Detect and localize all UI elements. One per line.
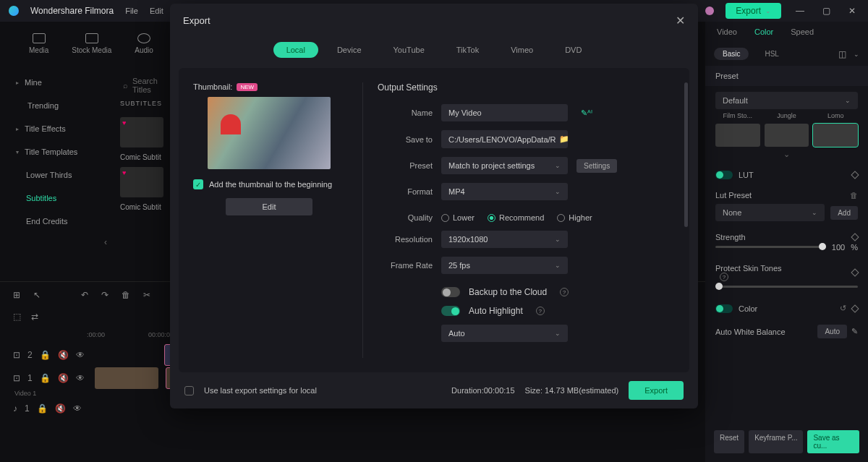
folder-icon[interactable]: 📁 — [559, 134, 569, 144]
tab-media[interactable]: Media — [29, 33, 48, 54]
auto-highlight-toggle[interactable] — [441, 306, 460, 316]
tab-color[interactable]: Color — [754, 27, 773, 36]
cursor-tool-icon[interactable]: ↖ — [33, 290, 41, 300]
format-dropdown[interactable]: MP4⌄ — [441, 183, 568, 200]
close-icon[interactable]: ✕ — [676, 14, 685, 27]
preset-dropdown[interactable]: Default⌄ — [715, 92, 858, 109]
reset-button[interactable]: Reset — [714, 430, 744, 453]
keyframe-diamond-icon[interactable] — [851, 304, 859, 312]
visibility-icon[interactable]: 👁 — [76, 373, 85, 383]
export-tab-tiktok[interactable]: TikTok — [443, 42, 492, 58]
export-tab-youtube[interactable]: YouTube — [380, 42, 438, 58]
collapse-sidebar-icon[interactable]: ‹ — [0, 233, 116, 252]
lock-icon[interactable]: 🔒 — [40, 350, 51, 360]
chevron-down-icon[interactable]: ⌄ — [715, 150, 858, 159]
framerate-dropdown[interactable]: 25 fps⌄ — [441, 257, 568, 274]
sidebar-item-lower-thirds[interactable]: Lower Thirds — [0, 163, 116, 187]
settings-button[interactable]: Settings — [576, 159, 617, 173]
add-lut-button[interactable]: Add — [830, 206, 858, 220]
lut-preset-dropdown[interactable]: None⌄ — [715, 204, 825, 221]
add-thumbnail-checkbox[interactable]: ✓ — [193, 179, 203, 189]
ai-icon[interactable]: ✎ᴬᴵ — [581, 108, 592, 118]
menu-edit[interactable]: Edit — [150, 7, 163, 15]
tab-video[interactable]: Video — [717, 27, 737, 36]
mute-icon[interactable]: 🔇 — [58, 350, 69, 360]
cut-icon[interactable]: ✂ — [143, 290, 150, 300]
quality-higher-radio[interactable]: Higher — [557, 213, 592, 222]
keyframe-diamond-icon[interactable] — [851, 171, 859, 179]
export-tab-local[interactable]: Local — [273, 42, 318, 58]
lut-thumb-jungle[interactable] — [765, 124, 809, 147]
search-input[interactable]: Search Titles — [132, 77, 159, 94]
tab-audio[interactable]: Audio — [135, 33, 153, 54]
preset-dropdown[interactable]: Match to project settings⌄ — [441, 157, 568, 174]
menu-file[interactable]: File — [125, 7, 138, 15]
heart-icon[interactable]: ♥ — [122, 169, 126, 176]
export-button[interactable]: Export — [629, 381, 684, 400]
sidebar-item-title-effects[interactable]: ▸Title Effects — [0, 117, 116, 140]
visibility-icon[interactable]: 👁 — [76, 350, 85, 360]
protect-skin-slider[interactable] — [715, 286, 858, 288]
heart-icon[interactable]: ♥ — [122, 119, 126, 127]
tab-speed[interactable]: Speed — [791, 27, 814, 36]
edit-thumbnail-button[interactable]: Edit — [226, 198, 312, 215]
scrollbar[interactable] — [684, 82, 688, 227]
lut-thumb-lomo[interactable] — [813, 124, 858, 147]
timeline-clip[interactable] — [95, 367, 158, 389]
mute-icon[interactable]: 🔇 — [55, 403, 66, 414]
auto-wb-button[interactable]: Auto — [817, 325, 847, 338]
minimize-icon[interactable]: — — [793, 6, 807, 16]
subtitle-thumb-1[interactable]: ♥ — [120, 117, 163, 147]
keyframe-diamond-icon[interactable] — [851, 233, 859, 241]
keyframe-panel-button[interactable]: Keyframe P... — [749, 430, 803, 453]
delete-icon[interactable]: 🗑 — [122, 290, 130, 300]
save-as-custom-button[interactable]: Save as cu... — [807, 430, 859, 453]
export-button-top[interactable]: Export⌄ — [726, 3, 781, 19]
subtab-hsl[interactable]: HSL — [756, 48, 787, 60]
eyedropper-icon[interactable]: ✎ — [851, 327, 858, 336]
quality-recommend-radio[interactable]: Recommend — [488, 213, 544, 222]
lut-toggle[interactable] — [715, 171, 733, 179]
maximize-icon[interactable]: ▢ — [819, 6, 833, 16]
sidebar-item-trending[interactable]: Trending — [0, 94, 116, 117]
use-last-settings-checkbox[interactable] — [184, 386, 194, 395]
tab-stock-media[interactable]: Stock Media — [72, 33, 111, 54]
backup-cloud-toggle[interactable] — [441, 287, 460, 297]
lut-thumb-filmstock[interactable] — [715, 124, 760, 147]
compare-icon[interactable]: ◫ — [838, 49, 846, 59]
user-avatar-icon[interactable] — [705, 7, 714, 15]
export-tab-vimeo[interactable]: Vimeo — [498, 42, 546, 58]
save-to-input[interactable]: C:/Users/LENOVO/AppData/R📁 — [441, 130, 568, 148]
strength-slider[interactable] — [715, 246, 826, 248]
sidebar-item-mine[interactable]: ▸Mine — [0, 71, 116, 94]
name-input[interactable]: My Video — [441, 104, 568, 121]
sidebar-item-subtitles[interactable]: Subtitles — [0, 187, 116, 210]
mute-icon[interactable]: 🔇 — [58, 373, 69, 383]
auto-highlight-dropdown[interactable]: Auto⌄ — [441, 325, 568, 342]
sidebar-item-title-templates[interactable]: ▾Title Templates — [0, 140, 116, 163]
delete-icon[interactable]: 🗑 — [850, 191, 858, 200]
subtab-basic[interactable]: Basic — [714, 48, 749, 60]
link-icon[interactable]: ⇄ — [31, 312, 38, 322]
tool-icon[interactable]: ⊞ — [13, 290, 20, 300]
reset-icon[interactable]: ↺ — [840, 304, 846, 313]
export-tab-device[interactable]: Device — [324, 42, 375, 58]
lock-icon[interactable]: 🔒 — [37, 403, 48, 414]
help-icon[interactable]: ? — [536, 307, 545, 315]
quality-lower-radio[interactable]: Lower — [441, 213, 475, 222]
keyframe-diamond-icon[interactable] — [851, 268, 859, 276]
help-icon[interactable]: ? — [560, 288, 569, 296]
chevron-down-icon[interactable]: ⌄ — [854, 51, 859, 58]
resolution-dropdown[interactable]: 1920x1080⌄ — [441, 231, 568, 248]
export-tab-dvd[interactable]: DVD — [552, 42, 595, 58]
visibility-icon[interactable]: 👁 — [73, 403, 82, 414]
close-window-icon[interactable]: ✕ — [845, 6, 859, 16]
thumbnail-preview[interactable] — [208, 97, 331, 169]
subtitle-thumb-2[interactable]: ♥ — [120, 167, 163, 197]
help-icon[interactable]: ? — [720, 273, 728, 281]
lock-icon[interactable]: 🔒 — [40, 373, 51, 383]
sidebar-item-end-credits[interactable]: End Credits — [0, 210, 116, 233]
marker-tool-icon[interactable]: ⬚ — [13, 312, 21, 322]
redo-icon[interactable]: ↷ — [101, 290, 109, 300]
undo-icon[interactable]: ↶ — [81, 290, 88, 300]
